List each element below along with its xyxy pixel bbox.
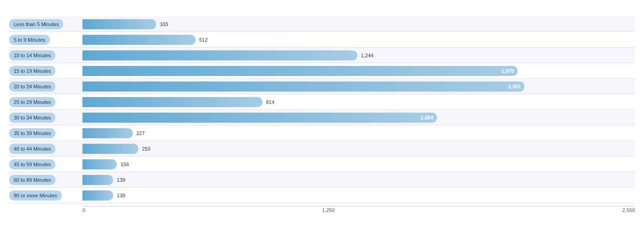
table-row: 40 to 44 Minutes253: [9, 141, 635, 157]
bar-fill: [82, 190, 113, 201]
bar-fill: 1,970: [82, 66, 518, 76]
row-label: 30 to 34 Minutes: [9, 110, 82, 125]
table-row: 25 to 29 Minutes814: [9, 94, 635, 110]
table-row: 90 or more Minutes139: [9, 188, 635, 203]
row-label: 40 to 44 Minutes: [9, 141, 82, 156]
table-row: 10 to 14 Minutes1,244: [9, 48, 635, 63]
bar-fill: [82, 19, 156, 29]
bar-fill: [82, 144, 138, 154]
bar-value-outside: 512: [199, 37, 207, 43]
label-pill: 5 to 9 Minutes: [9, 35, 50, 45]
label-pill: 45 to 59 Minutes: [9, 159, 55, 169]
bar-fill: [82, 128, 133, 138]
label-pill: 90 or more Minutes: [9, 190, 62, 201]
bar-value-outside: 1,244: [361, 53, 374, 58]
bar-fill: [82, 159, 117, 169]
row-label: 35 to 39 Minutes: [9, 125, 82, 141]
label-pill: 40 to 44 Minutes: [9, 144, 55, 154]
bar-fill: [82, 35, 196, 45]
label-pill: 35 to 39 Minutes: [9, 128, 55, 138]
bar-area: 333: [82, 16, 635, 32]
bar-area: 253: [82, 141, 635, 156]
bar-value-outside: 253: [142, 146, 150, 152]
table-row: 35 to 39 Minutes227: [9, 125, 635, 141]
bar-area: 227: [82, 125, 635, 141]
table-row: 30 to 34 Minutes1,604: [9, 110, 635, 125]
axis-labels-row: 01,2502,500: [9, 207, 635, 213]
bar-area: 1,604: [82, 110, 635, 125]
row-label: Less than 5 Minutes: [9, 16, 82, 32]
table-row: 5 to 9 Minutes512: [9, 32, 635, 48]
row-label: 5 to 9 Minutes: [9, 32, 82, 47]
bar-area: 139: [82, 188, 635, 203]
row-label: 60 to 89 Minutes: [9, 172, 82, 187]
bar-value-outside: 156: [120, 162, 129, 167]
row-label: 15 to 19 Minutes: [9, 63, 82, 78]
bar-area: 512: [82, 32, 635, 47]
bar-area: 156: [82, 157, 635, 172]
bar-area: 139: [82, 172, 635, 187]
row-label: 10 to 14 Minutes: [9, 48, 82, 63]
bars-container: Less than 5 Minutes3335 to 9 Minutes5121…: [9, 16, 635, 203]
axis-label: 1,250: [322, 207, 335, 213]
row-label: 20 to 24 Minutes: [9, 79, 82, 94]
bar-value-inside: 1,970: [502, 68, 514, 74]
bar-fill: 1,604: [82, 113, 437, 123]
axis-line-row: [9, 206, 635, 206]
bar-value-inside: 1,604: [420, 115, 433, 120]
table-row: 60 to 89 Minutes139: [9, 172, 635, 188]
bar-fill: [82, 97, 262, 107]
axis-label: 0: [82, 207, 85, 213]
table-row: 15 to 19 Minutes1,970: [9, 63, 635, 79]
bar-value-outside: 227: [136, 130, 145, 136]
bar-value-outside: 139: [117, 193, 125, 198]
label-pill: 60 to 89 Minutes: [9, 175, 55, 185]
bar-fill: 2,001: [82, 81, 524, 92]
bar-area: 814: [82, 94, 635, 109]
chart-area: Less than 5 Minutes3335 to 9 Minutes5121…: [9, 16, 635, 213]
row-label: 45 to 59 Minutes: [9, 157, 82, 172]
bar-area: 1,244: [82, 48, 635, 63]
label-pill: 15 to 19 Minutes: [9, 66, 55, 76]
axis-label: 2,500: [622, 207, 635, 213]
bar-area: 1,970: [82, 63, 635, 78]
bar-value-outside: 814: [266, 99, 274, 105]
row-label: 25 to 29 Minutes: [9, 94, 82, 109]
table-row: 45 to 59 Minutes156: [9, 157, 635, 172]
table-row: 20 to 24 Minutes2,001: [9, 79, 635, 94]
bar-value-inside: 2,001: [508, 84, 521, 89]
bar-area: 2,001: [82, 79, 635, 94]
bar-fill: [82, 175, 113, 185]
bar-value-outside: 139: [117, 177, 125, 183]
label-pill: 30 to 34 Minutes: [9, 113, 55, 123]
bar-value-outside: 333: [160, 22, 168, 27]
label-pill: Less than 5 Minutes: [9, 19, 63, 29]
label-pill: 10 to 14 Minutes: [9, 50, 55, 60]
bar-fill: [82, 50, 357, 60]
row-label: 90 or more Minutes: [9, 188, 82, 203]
label-pill: 20 to 24 Minutes: [9, 81, 55, 92]
label-pill: 25 to 29 Minutes: [9, 97, 55, 107]
table-row: Less than 5 Minutes333: [9, 16, 635, 32]
